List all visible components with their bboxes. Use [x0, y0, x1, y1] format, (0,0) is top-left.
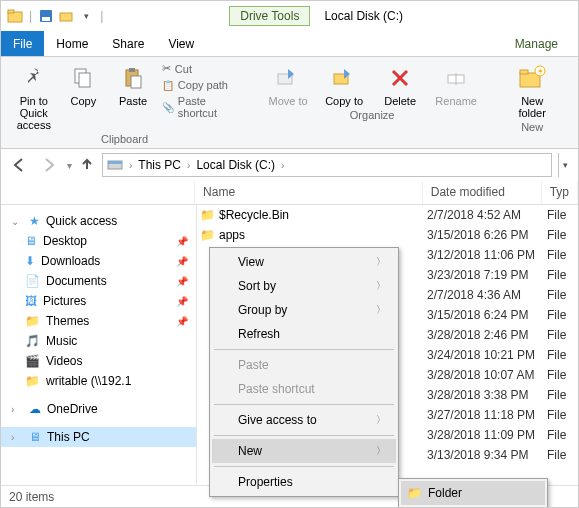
menu-separator: [214, 466, 394, 467]
pin-icon: 📌: [176, 316, 188, 327]
menu-bar: File Home Share View Manage: [1, 31, 578, 57]
column-type[interactable]: Typ: [542, 181, 578, 204]
breadcrumb-local-disk[interactable]: Local Disk (C:): [196, 158, 275, 172]
address-history-dropdown[interactable]: ▾: [558, 153, 572, 177]
chevron-right-icon: 〉: [376, 413, 386, 427]
ctx-paste-shortcut: Paste shortcut: [212, 377, 396, 401]
breadcrumb-this-pc[interactable]: This PC: [138, 158, 181, 172]
ctx-properties[interactable]: Properties: [212, 470, 396, 494]
copy-to-button[interactable]: Copy to: [318, 61, 370, 109]
pin-icon: [19, 63, 49, 93]
svg-rect-15: [520, 70, 528, 74]
nav-writable[interactable]: 📁writable (\\192.1: [1, 371, 196, 391]
svg-rect-6: [79, 73, 90, 87]
up-button[interactable]: [78, 155, 96, 176]
qa-dropdown-icon[interactable]: ▾: [78, 8, 94, 24]
paste-shortcut-button[interactable]: 📎Paste shortcut: [160, 94, 238, 120]
pin-icon: 📌: [176, 276, 188, 287]
tab-file[interactable]: File: [1, 31, 44, 56]
delete-icon: [385, 63, 415, 93]
link-icon: 📋: [162, 80, 174, 91]
nav-this-pc[interactable]: ›🖥This PC: [1, 427, 196, 447]
nav-pictures[interactable]: 🖼Pictures📌: [1, 291, 196, 311]
move-to-button[interactable]: Move to: [262, 61, 314, 109]
tab-share[interactable]: Share: [100, 31, 156, 56]
column-name[interactable]: Name: [195, 181, 423, 204]
group-label-new: New: [521, 121, 543, 133]
folder-icon: 📁: [197, 228, 217, 242]
nav-downloads[interactable]: ⬇Downloads📌: [1, 251, 196, 271]
chevron-right-icon: 〉: [376, 444, 386, 458]
copy-to-icon: [329, 63, 359, 93]
pin-icon: 📌: [176, 256, 188, 267]
drive-tools-context-tab[interactable]: Drive Tools: [229, 6, 310, 26]
tab-manage[interactable]: Manage: [503, 31, 570, 56]
folder-small-icon[interactable]: [58, 8, 74, 24]
file-list[interactable]: 📁 $Recycle.Bin 2/7/2018 4:52 AM File 📁 a…: [197, 205, 578, 485]
breadcrumb[interactable]: › This PC › Local Disk (C:) ›: [102, 153, 552, 177]
pin-icon: 📌: [176, 296, 188, 307]
delete-button[interactable]: Delete: [374, 61, 426, 109]
new-folder-item[interactable]: 📁 Folder: [401, 481, 545, 505]
onedrive-icon: ☁: [29, 402, 41, 416]
ctx-group-by[interactable]: Group by〉: [212, 298, 396, 322]
pin-quick-access-button[interactable]: Pin to Quick access: [11, 61, 57, 133]
ctx-give-access-to[interactable]: Give access to〉: [212, 408, 396, 432]
svg-rect-9: [131, 76, 141, 88]
music-icon: 🎵: [25, 334, 40, 348]
recent-locations-icon[interactable]: ▾: [67, 160, 72, 171]
columns-header: Name Date modified Typ: [1, 181, 578, 205]
folder-icon: 📁: [407, 486, 422, 500]
desktop-icon: 🖥: [25, 234, 37, 248]
forward-button[interactable]: [37, 153, 61, 177]
tab-view[interactable]: View: [156, 31, 206, 56]
folder-icon: 📁: [25, 314, 40, 328]
paste-icon: [118, 63, 148, 93]
ctx-sort-by[interactable]: Sort by〉: [212, 274, 396, 298]
svg-text:✶: ✶: [537, 67, 544, 76]
svg-rect-21: [108, 161, 122, 164]
paste-button[interactable]: Paste: [110, 61, 156, 109]
nav-documents[interactable]: 📄Documents📌: [1, 271, 196, 291]
nav-themes[interactable]: 📁Themes📌: [1, 311, 196, 331]
table-row[interactable]: 📁 $Recycle.Bin 2/7/2018 4:52 AM File: [197, 205, 578, 225]
rename-icon: [441, 63, 471, 93]
menu-separator: [214, 435, 394, 436]
rename-button[interactable]: Rename: [430, 61, 482, 109]
ctx-paste: Paste: [212, 353, 396, 377]
tab-home[interactable]: Home: [44, 31, 100, 56]
chevron-right-icon[interactable]: ›: [185, 160, 192, 171]
folder-icon: 📁: [197, 208, 217, 222]
ctx-refresh[interactable]: Refresh: [212, 322, 396, 346]
nav-desktop[interactable]: 🖥Desktop📌: [1, 231, 196, 251]
context-menu: View〉 Sort by〉 Group by〉 Refresh Paste P…: [209, 247, 399, 497]
chevron-right-icon: ›: [11, 432, 23, 443]
save-icon[interactable]: [38, 8, 54, 24]
copy-button[interactable]: Copy: [61, 61, 107, 109]
documents-icon: 📄: [25, 274, 40, 288]
nav-music[interactable]: 🎵Music: [1, 331, 196, 351]
copy-path-button[interactable]: 📋Copy path: [160, 78, 238, 92]
drive-icon: [107, 156, 123, 175]
nav-onedrive[interactable]: ›☁OneDrive: [1, 399, 196, 419]
nav-videos[interactable]: 🎬Videos: [1, 351, 196, 371]
table-row[interactable]: 📁 apps 3/15/2018 6:26 PM File: [197, 225, 578, 245]
svg-rect-3: [42, 17, 50, 21]
cut-button[interactable]: ✂Cut: [160, 61, 238, 76]
back-button[interactable]: [7, 153, 31, 177]
nav-quick-access[interactable]: ⌄★Quick access: [1, 211, 196, 231]
chevron-right-icon[interactable]: ›: [127, 160, 134, 171]
chevron-right-icon[interactable]: ›: [279, 160, 286, 171]
ctx-new[interactable]: New〉: [212, 439, 396, 463]
network-folder-icon: 📁: [25, 374, 40, 388]
column-date[interactable]: Date modified: [423, 181, 542, 204]
pictures-icon: 🖼: [25, 294, 37, 308]
pin-icon: 📌: [176, 236, 188, 247]
folder-icon: [7, 8, 23, 24]
separator: |: [29, 9, 32, 23]
menu-separator: [214, 349, 394, 350]
new-folder-button[interactable]: ✶ New folder: [506, 61, 558, 121]
title-bar: | ▾ | Drive Tools Local Disk (C:): [1, 1, 578, 31]
star-icon: ★: [29, 214, 40, 228]
ctx-view[interactable]: View〉: [212, 250, 396, 274]
